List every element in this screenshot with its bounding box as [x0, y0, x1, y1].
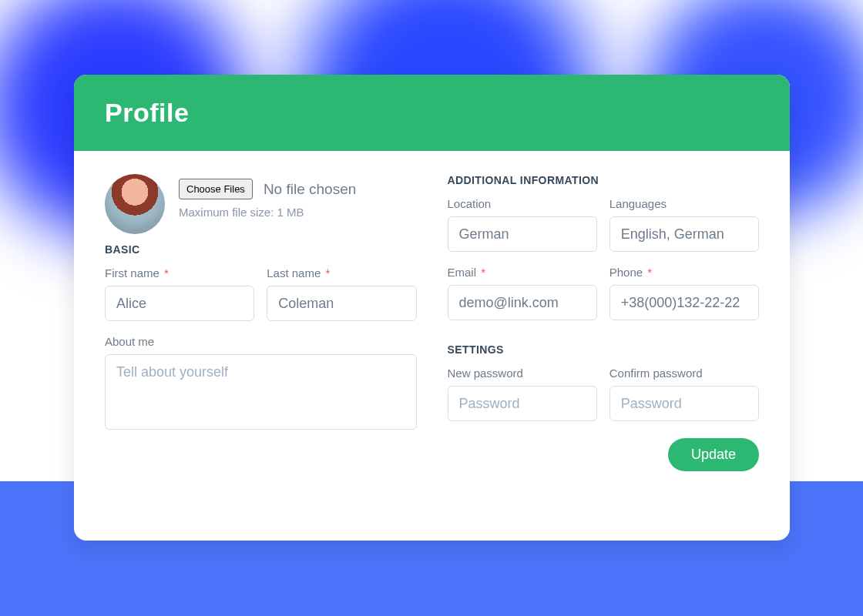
location-input[interactable]: [448, 216, 597, 252]
languages-input[interactable]: [609, 216, 759, 252]
label-text: First name: [105, 266, 160, 280]
file-picker: Choose Files No file chosen Maximum file…: [179, 174, 356, 219]
first-name-label: First name *: [105, 266, 254, 280]
section-title-additional: ADDITIONAL INFORMATION: [448, 174, 760, 186]
required-mark: *: [647, 266, 652, 279]
actions-row: Update: [448, 438, 760, 471]
avatar[interactable]: [105, 174, 165, 234]
file-status: No file chosen: [264, 181, 356, 198]
section-title-settings: SETTINGS: [448, 343, 760, 356]
about-textarea[interactable]: [105, 354, 417, 430]
field-about: About me: [105, 335, 417, 433]
phone-input[interactable]: [609, 285, 759, 320]
label-text: Email: [448, 266, 477, 279]
about-label: About me: [105, 335, 417, 348]
field-languages: Languages: [609, 197, 759, 252]
required-mark: *: [481, 266, 485, 279]
email-input[interactable]: [448, 285, 597, 320]
field-phone: Phone *: [609, 266, 759, 320]
new-password-label: New password: [448, 367, 597, 380]
update-button[interactable]: Update: [668, 438, 759, 471]
avatar-upload-row: Choose Files No file chosen Maximum file…: [105, 174, 417, 234]
email-label: Email *: [448, 266, 597, 279]
required-mark: *: [325, 266, 330, 280]
file-picker-line: Choose Files No file chosen: [179, 179, 356, 199]
field-confirm-password: Confirm password: [609, 367, 759, 421]
choose-files-button[interactable]: Choose Files: [179, 179, 253, 199]
field-email: Email *: [448, 266, 597, 320]
field-first-name: First name *: [105, 266, 254, 321]
first-name-input[interactable]: [105, 286, 254, 321]
card-header: Profile: [74, 75, 790, 151]
label-text: Last name: [267, 266, 321, 280]
last-name-label: Last name *: [267, 266, 416, 280]
column-left: Choose Files No file chosen Maximum file…: [105, 174, 417, 471]
phone-label: Phone *: [609, 266, 759, 279]
section-title-basic: BASIC: [105, 243, 417, 256]
required-mark: *: [164, 266, 169, 280]
page-title: Profile: [105, 98, 759, 128]
field-new-password: New password: [448, 367, 597, 421]
label-text: Phone: [609, 266, 643, 279]
field-location: Location: [448, 197, 597, 252]
new-password-input[interactable]: [448, 386, 597, 421]
languages-label: Languages: [609, 197, 759, 210]
file-hint: Maximum file size: 1 MB: [179, 206, 356, 219]
confirm-password-label: Confirm password: [609, 367, 759, 380]
column-right: ADDITIONAL INFORMATION Location Language…: [448, 174, 760, 471]
card-body: Choose Files No file chosen Maximum file…: [74, 151, 790, 490]
last-name-input[interactable]: [267, 286, 416, 321]
field-last-name: Last name *: [267, 266, 416, 321]
confirm-password-input[interactable]: [609, 386, 759, 421]
profile-card: Profile Choose Files No file chosen Maxi…: [74, 75, 790, 541]
location-label: Location: [448, 197, 597, 210]
